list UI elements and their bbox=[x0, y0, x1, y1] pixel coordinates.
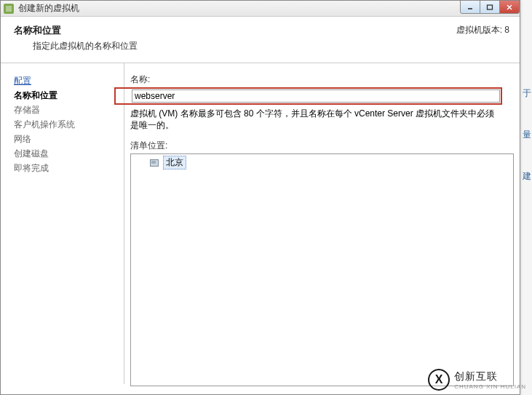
page-subtitle: 指定此虚拟机的名称和位置 bbox=[14, 40, 138, 52]
name-label: 名称: bbox=[130, 73, 514, 86]
name-help-text: 虚拟机 (VM) 名称最多可包含 80 个字符，并且名称在每个 vCenter … bbox=[130, 108, 514, 131]
content-panel: 名称: 虚拟机 (VM) 名称最多可包含 80 个字符，并且名称在每个 vCen… bbox=[124, 63, 520, 384]
header-left: 名称和位置 指定此虚拟机的名称和位置 bbox=[14, 24, 138, 52]
side-hint: 量 bbox=[523, 129, 531, 141]
logo-mark: X bbox=[428, 369, 450, 391]
logo-subtext: CHUANG XIN HULIAN bbox=[454, 383, 526, 390]
window-controls bbox=[461, 0, 520, 14]
side-hints: 于 量 建 bbox=[522, 87, 532, 183]
side-hint: 于 bbox=[523, 87, 531, 100]
close-button[interactable] bbox=[499, 0, 520, 14]
header-section: 名称和位置 指定此虚拟机的名称和位置 虚拟机版本: 8 bbox=[1, 17, 520, 63]
logo-text: 创新互联 bbox=[454, 370, 498, 382]
sidebar-item-storage[interactable]: 存储器 bbox=[14, 103, 116, 117]
titlebar[interactable]: 创建新的虚拟机 bbox=[1, 1, 520, 17]
vm-version-label: 虚拟机版本: 8 bbox=[456, 24, 509, 52]
sidebar-item-ready[interactable]: 即将完成 bbox=[14, 161, 116, 175]
tree-item-datacenter[interactable]: 北京 bbox=[131, 154, 513, 171]
datacenter-icon bbox=[148, 158, 160, 168]
inventory-label: 清单位置: bbox=[130, 140, 514, 152]
side-hint: 建 bbox=[523, 170, 531, 183]
name-highlight-box bbox=[114, 87, 502, 105]
body-area: 配置 名称和位置 存储器 客户机操作系统 网络 创建磁盘 即将完成 名称: 虚拟… bbox=[1, 63, 520, 384]
minimize-button[interactable] bbox=[460, 0, 480, 14]
dialog-window: 创建新的虚拟机 名称和位置 指定此虚拟机的名称和位置 虚拟机版本: 8 配置 名… bbox=[0, 0, 520, 395]
app-icon bbox=[4, 4, 14, 14]
vm-name-input[interactable] bbox=[132, 89, 500, 103]
wizard-sidebar: 配置 名称和位置 存储器 客户机操作系统 网络 创建磁盘 即将完成 bbox=[1, 63, 124, 384]
page-title: 名称和位置 bbox=[14, 24, 138, 37]
tree-item-label: 北京 bbox=[163, 156, 186, 169]
sidebar-item-config[interactable]: 配置 bbox=[14, 73, 116, 88]
svg-rect-1 bbox=[488, 5, 493, 9]
sidebar-item-name-location[interactable]: 名称和位置 bbox=[14, 88, 116, 103]
watermark-logo: X 创新互联 CHUANG XIN HULIAN bbox=[428, 369, 526, 391]
inventory-tree[interactable]: 北京 bbox=[130, 153, 514, 386]
sidebar-item-network[interactable]: 网络 bbox=[14, 132, 116, 146]
sidebar-item-guest-os[interactable]: 客户机操作系统 bbox=[14, 117, 116, 132]
title-text: 创建新的虚拟机 bbox=[18, 2, 79, 15]
maximize-button[interactable] bbox=[480, 0, 500, 14]
sidebar-item-create-disk[interactable]: 创建磁盘 bbox=[14, 146, 116, 161]
